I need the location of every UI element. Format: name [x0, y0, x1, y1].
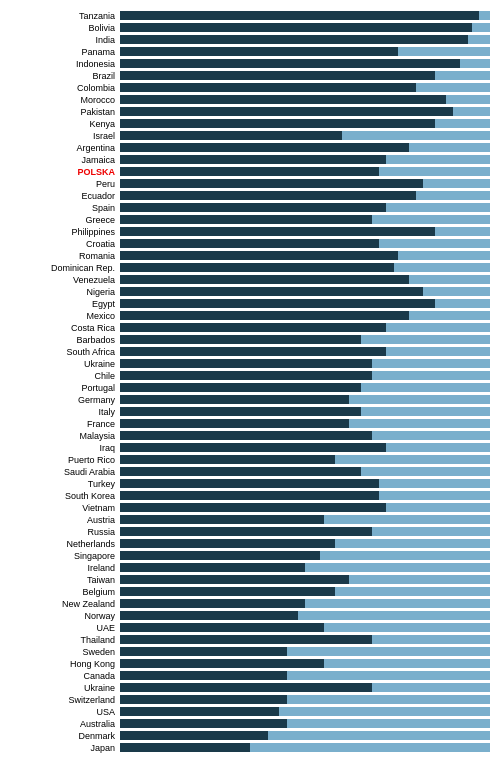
bar-track [120, 575, 490, 584]
bar-row: Barbados [10, 334, 490, 345]
ios-bar [287, 671, 491, 680]
bar-track [120, 179, 490, 188]
chart-area: TanzaniaBoliviaIndiaPanamaIndonesiaBrazi… [10, 10, 490, 754]
bar-row: Sweden [10, 646, 490, 657]
country-label: Pakistan [10, 107, 120, 117]
ios-bar [372, 359, 490, 368]
bar-row: Costa Rica [10, 322, 490, 333]
country-label: Switzerland [10, 695, 120, 705]
android-bar [120, 227, 435, 236]
ios-bar [379, 239, 490, 248]
bar-row: Venezuela [10, 274, 490, 285]
android-bar [120, 599, 305, 608]
ios-bar [379, 491, 490, 500]
ios-bar [372, 527, 490, 536]
ios-bar [435, 71, 491, 80]
country-label: Ukraine [10, 359, 120, 369]
bar-track [120, 539, 490, 548]
bar-track [120, 347, 490, 356]
bar-row: Denmark [10, 730, 490, 741]
bar-track [120, 707, 490, 716]
bar-row: India [10, 34, 490, 45]
ios-bar [324, 515, 491, 524]
bar-track [120, 107, 490, 116]
bar-row: Croatia [10, 238, 490, 249]
android-bar [120, 443, 386, 452]
android-bar [120, 431, 372, 440]
bar-row: POLSKA [10, 166, 490, 177]
android-bar [120, 191, 416, 200]
android-bar [120, 551, 320, 560]
bar-row: Japan [10, 742, 490, 753]
android-bar [120, 671, 287, 680]
ios-bar [324, 623, 491, 632]
bar-row: Mexico [10, 310, 490, 321]
bar-track [120, 455, 490, 464]
bar-row: Singapore [10, 550, 490, 561]
bar-row: Austria [10, 514, 490, 525]
bar-row: Ukraine [10, 358, 490, 369]
country-label: Dominican Rep. [10, 263, 120, 273]
country-label: UAE [10, 623, 120, 633]
bar-track [120, 395, 490, 404]
android-bar [120, 47, 398, 56]
bar-row: Russia [10, 526, 490, 537]
bar-row: UAE [10, 622, 490, 633]
country-label: Denmark [10, 731, 120, 741]
chart-container: TanzaniaBoliviaIndiaPanamaIndonesiaBrazi… [0, 0, 500, 757]
ios-bar [479, 11, 490, 20]
country-label: India [10, 35, 120, 45]
ios-bar [287, 647, 491, 656]
ios-bar [386, 347, 490, 356]
country-label: Malaysia [10, 431, 120, 441]
bar-track [120, 563, 490, 572]
ios-bar [372, 431, 490, 440]
ios-bar [398, 47, 491, 56]
android-bar [120, 731, 268, 740]
country-label: Iraq [10, 443, 120, 453]
bar-track [120, 143, 490, 152]
country-label: Nigeria [10, 287, 120, 297]
country-label: Costa Rica [10, 323, 120, 333]
ios-bar [349, 575, 490, 584]
ios-bar [379, 167, 490, 176]
bar-track [120, 635, 490, 644]
android-bar [120, 635, 372, 644]
bar-row: Malaysia [10, 430, 490, 441]
android-bar [120, 215, 372, 224]
bar-row: Portugal [10, 382, 490, 393]
bar-track [120, 467, 490, 476]
bar-row: Norway [10, 610, 490, 621]
android-bar [120, 119, 435, 128]
ios-bar [423, 179, 490, 188]
ios-bar [386, 155, 490, 164]
bar-track [120, 731, 490, 740]
android-bar [120, 563, 305, 572]
bar-row: Spain [10, 202, 490, 213]
country-label: Romania [10, 251, 120, 261]
bar-track [120, 59, 490, 68]
android-bar [120, 395, 349, 404]
android-bar [120, 383, 361, 392]
country-label: Croatia [10, 239, 120, 249]
android-bar [120, 95, 446, 104]
bar-track [120, 647, 490, 656]
country-label: Taiwan [10, 575, 120, 585]
bar-row: Belgium [10, 586, 490, 597]
country-label: POLSKA [10, 167, 120, 177]
android-bar [120, 239, 379, 248]
android-bar [120, 611, 298, 620]
country-label: Panama [10, 47, 120, 57]
android-bar [120, 59, 460, 68]
country-label: Philippines [10, 227, 120, 237]
bar-track [120, 599, 490, 608]
country-label: Peru [10, 179, 120, 189]
ios-bar [372, 635, 490, 644]
country-label: Argentina [10, 143, 120, 153]
country-label: Indonesia [10, 59, 120, 69]
bar-track [120, 587, 490, 596]
bar-row: Colombia [10, 82, 490, 93]
ios-bar [372, 215, 490, 224]
ios-bar [287, 719, 491, 728]
bar-track [120, 359, 490, 368]
